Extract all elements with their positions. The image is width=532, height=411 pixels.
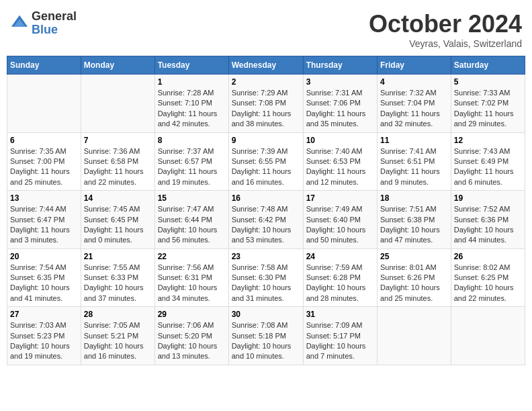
calendar-cell: 28Sunrise: 7:05 AMSunset: 5:21 PMDayligh… <box>81 307 154 365</box>
day-header: Saturday <box>451 56 525 75</box>
day-number: 23 <box>232 252 300 261</box>
cell-content: Sunrise: 7:54 AMSunset: 6:35 PMDaylight:… <box>10 263 78 304</box>
cell-content: Sunrise: 7:03 AMSunset: 5:23 PMDaylight:… <box>10 320 78 362</box>
cell-content: Sunrise: 7:47 AMSunset: 6:44 PMDaylight:… <box>158 204 226 246</box>
calendar-cell: 9Sunrise: 7:39 AMSunset: 6:55 PMDaylight… <box>228 132 303 191</box>
calendar-cell: 2Sunrise: 7:29 AMSunset: 7:08 PMDaylight… <box>228 75 303 133</box>
calendar-cell: 15Sunrise: 7:47 AMSunset: 6:44 PMDayligh… <box>154 191 228 249</box>
cell-content: Sunrise: 7:33 AMSunset: 7:02 PMDaylight:… <box>454 88 522 130</box>
day-number: 2 <box>232 77 300 87</box>
day-number: 31 <box>306 310 374 319</box>
cell-content: Sunrise: 7:48 AMSunset: 6:42 PMDaylight:… <box>232 204 300 246</box>
day-number: 27 <box>10 310 78 319</box>
day-number: 12 <box>454 136 522 145</box>
calendar-cell: 30Sunrise: 7:08 AMSunset: 5:18 PMDayligh… <box>228 307 303 365</box>
day-header: Wednesday <box>228 56 303 75</box>
cell-content: Sunrise: 7:44 AMSunset: 6:47 PMDaylight:… <box>10 204 78 246</box>
cell-content: Sunrise: 7:32 AMSunset: 7:04 PMDaylight:… <box>380 88 448 130</box>
calendar-cell: 25Sunrise: 8:01 AMSunset: 6:26 PMDayligh… <box>378 248 451 307</box>
cell-content: Sunrise: 7:37 AMSunset: 6:57 PMDaylight:… <box>158 146 226 188</box>
cell-content: Sunrise: 7:36 AMSunset: 6:58 PMDaylight:… <box>84 146 152 188</box>
day-header: Monday <box>81 56 154 75</box>
day-number: 9 <box>232 136 300 145</box>
day-number: 1 <box>158 77 226 87</box>
calendar-cell: 10Sunrise: 7:40 AMSunset: 6:53 PMDayligh… <box>303 132 377 191</box>
calendar-cell: 27Sunrise: 7:03 AMSunset: 5:23 PMDayligh… <box>7 307 81 365</box>
calendar-cell <box>7 75 81 133</box>
calendar-header-row: SundayMondayTuesdayWednesdayThursdayFrid… <box>7 56 525 75</box>
calendar-cell: 16Sunrise: 7:48 AMSunset: 6:42 PMDayligh… <box>228 191 303 249</box>
day-number: 4 <box>380 77 448 87</box>
calendar-week-row: 1Sunrise: 7:28 AMSunset: 7:10 PMDaylight… <box>7 75 525 133</box>
calendar-cell <box>81 75 154 133</box>
calendar-cell: 1Sunrise: 7:28 AMSunset: 7:10 PMDaylight… <box>154 75 228 133</box>
calendar-cell: 5Sunrise: 7:33 AMSunset: 7:02 PMDaylight… <box>451 75 525 133</box>
day-header: Tuesday <box>154 56 228 75</box>
day-number: 10 <box>306 136 374 145</box>
cell-content: Sunrise: 8:02 AMSunset: 6:25 PMDaylight:… <box>454 263 522 304</box>
day-number: 18 <box>380 193 448 203</box>
day-number: 21 <box>84 252 152 261</box>
cell-content: Sunrise: 7:43 AMSunset: 6:49 PMDaylight:… <box>454 146 522 188</box>
cell-content: Sunrise: 7:35 AMSunset: 7:00 PMDaylight:… <box>10 146 78 188</box>
cell-content: Sunrise: 7:59 AMSunset: 6:28 PMDaylight:… <box>306 263 374 304</box>
calendar-cell: 20Sunrise: 7:54 AMSunset: 6:35 PMDayligh… <box>7 248 81 307</box>
cell-content: Sunrise: 8:01 AMSunset: 6:26 PMDaylight:… <box>380 263 448 304</box>
day-number: 11 <box>380 136 448 145</box>
cell-content: Sunrise: 7:41 AMSunset: 6:51 PMDaylight:… <box>380 146 448 188</box>
day-number: 22 <box>158 252 226 261</box>
cell-content: Sunrise: 7:51 AMSunset: 6:38 PMDaylight:… <box>380 204 448 246</box>
calendar-week-row: 27Sunrise: 7:03 AMSunset: 5:23 PMDayligh… <box>7 307 525 365</box>
month-title: October 2024 <box>369 10 522 38</box>
calendar-body: 1Sunrise: 7:28 AMSunset: 7:10 PMDaylight… <box>7 75 525 365</box>
day-number: 5 <box>454 77 522 87</box>
cell-content: Sunrise: 7:06 AMSunset: 5:20 PMDaylight:… <box>158 320 226 362</box>
day-number: 24 <box>306 252 374 261</box>
cell-content: Sunrise: 7:40 AMSunset: 6:53 PMDaylight:… <box>306 146 374 188</box>
calendar-cell: 21Sunrise: 7:55 AMSunset: 6:33 PMDayligh… <box>81 248 154 307</box>
cell-content: Sunrise: 7:09 AMSunset: 5:17 PMDaylight:… <box>306 320 374 362</box>
calendar-week-row: 13Sunrise: 7:44 AMSunset: 6:47 PMDayligh… <box>7 191 525 249</box>
day-number: 3 <box>306 77 374 87</box>
calendar-week-row: 20Sunrise: 7:54 AMSunset: 6:35 PMDayligh… <box>7 248 525 307</box>
calendar-cell: 29Sunrise: 7:06 AMSunset: 5:20 PMDayligh… <box>154 307 228 365</box>
calendar-cell: 14Sunrise: 7:45 AMSunset: 6:45 PMDayligh… <box>81 191 154 249</box>
day-number: 29 <box>158 310 226 319</box>
calendar-cell: 4Sunrise: 7:32 AMSunset: 7:04 PMDaylight… <box>378 75 451 133</box>
day-number: 6 <box>10 136 78 145</box>
cell-content: Sunrise: 7:08 AMSunset: 5:18 PMDaylight:… <box>232 320 300 362</box>
calendar-week-row: 6Sunrise: 7:35 AMSunset: 7:00 PMDaylight… <box>7 132 525 191</box>
calendar-cell: 8Sunrise: 7:37 AMSunset: 6:57 PMDaylight… <box>154 132 228 191</box>
day-header: Friday <box>378 56 451 75</box>
day-header: Sunday <box>7 56 81 75</box>
calendar-cell: 3Sunrise: 7:31 AMSunset: 7:06 PMDaylight… <box>303 75 377 133</box>
cell-content: Sunrise: 7:05 AMSunset: 5:21 PMDaylight:… <box>84 320 152 362</box>
day-number: 15 <box>158 193 226 203</box>
calendar-cell: 19Sunrise: 7:52 AMSunset: 6:36 PMDayligh… <box>451 191 525 249</box>
cell-content: Sunrise: 7:45 AMSunset: 6:45 PMDaylight:… <box>84 204 152 246</box>
calendar-cell: 17Sunrise: 7:49 AMSunset: 6:40 PMDayligh… <box>303 191 377 249</box>
day-number: 7 <box>84 136 152 145</box>
day-number: 16 <box>232 193 300 203</box>
cell-content: Sunrise: 7:49 AMSunset: 6:40 PMDaylight:… <box>306 204 374 246</box>
cell-content: Sunrise: 7:31 AMSunset: 7:06 PMDaylight:… <box>306 88 374 130</box>
calendar-cell: 23Sunrise: 7:58 AMSunset: 6:30 PMDayligh… <box>228 248 303 307</box>
cell-content: Sunrise: 7:39 AMSunset: 6:55 PMDaylight:… <box>232 146 300 188</box>
calendar-cell <box>378 307 451 365</box>
calendar-cell: 6Sunrise: 7:35 AMSunset: 7:00 PMDaylight… <box>7 132 81 191</box>
cell-content: Sunrise: 7:52 AMSunset: 6:36 PMDaylight:… <box>454 204 522 246</box>
logo: General Blue <box>10 10 77 37</box>
day-number: 28 <box>84 310 152 319</box>
location-subtitle: Veyras, Valais, Switzerland <box>369 38 522 49</box>
day-number: 26 <box>454 252 522 261</box>
calendar-cell: 11Sunrise: 7:41 AMSunset: 6:51 PMDayligh… <box>378 132 451 191</box>
cell-content: Sunrise: 7:55 AMSunset: 6:33 PMDaylight:… <box>84 263 152 304</box>
calendar-cell: 12Sunrise: 7:43 AMSunset: 6:49 PMDayligh… <box>451 132 525 191</box>
calendar-cell: 31Sunrise: 7:09 AMSunset: 5:17 PMDayligh… <box>303 307 377 365</box>
logo-text: General Blue <box>32 10 77 37</box>
page-header: General Blue October 2024 Veyras, Valais… <box>7 7 525 49</box>
day-number: 8 <box>158 136 226 145</box>
calendar-table: SundayMondayTuesdayWednesdayThursdayFrid… <box>7 56 525 365</box>
day-number: 19 <box>454 193 522 203</box>
title-block: October 2024 Veyras, Valais, Switzerland <box>369 10 522 49</box>
